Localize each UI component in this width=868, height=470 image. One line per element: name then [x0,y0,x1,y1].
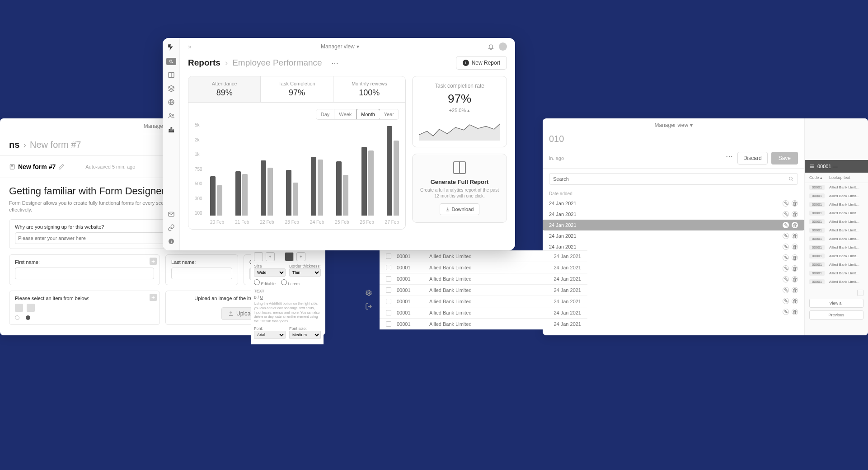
lookup-row[interactable]: 00001Allied Bank Limit… [805,192,868,200]
view-all-button[interactable]: View all [809,299,863,308]
color-swatch[interactable] [285,252,294,261]
delete-icon[interactable]: 🗑 [792,287,798,293]
lookup-row[interactable]: 00001Allied Bank Limit… [805,226,868,235]
lookup-row[interactable]: 00001Allied Bank Limit… [805,183,868,192]
lookup-row[interactable]: 00001Allied Bank Limit… [805,209,868,217]
delete-icon[interactable]: 🗑 [792,211,798,217]
more-button[interactable]: ⋯ [331,59,339,67]
font-select[interactable]: Arial [254,331,286,339]
delete-icon[interactable]: 🗑 [792,254,798,261]
chart-icon[interactable] [168,126,175,133]
layers-icon[interactable] [168,85,175,92]
avatar[interactable] [499,42,507,51]
table-row[interactable]: 00001Allied Bank Limited24 Jan 2021 [380,250,587,262]
lookup-row[interactable]: 00001Allied Bank Limit… [805,235,868,243]
edit-icon[interactable]: ✎ [783,200,789,207]
option-icon[interactable] [15,304,23,312]
border-select[interactable]: Thin [289,268,321,277]
bell-icon[interactable] [488,43,494,50]
refresh-icon[interactable] [857,290,863,296]
table-row[interactable]: 00001Allied Bank Limited24 Jan 2021 [380,262,587,273]
range-day[interactable]: Day [316,109,335,119]
lookup-row[interactable]: 00001Allied Bank Limit… [805,200,868,209]
editable-checkbox[interactable]: Editable [254,279,276,286]
edit-icon[interactable]: ✎ [783,276,789,282]
settings-icon[interactable] [365,289,372,296]
delete-icon[interactable]: 🗑 [792,265,798,272]
delete-icon[interactable]: 🗑 [792,276,798,282]
table-row[interactable]: 00001Allied Bank Limited24 Jan 2021 [380,318,587,329]
save-button[interactable]: Save [771,152,798,164]
delete-icon[interactable]: 🗑 [792,309,798,315]
lookup-row[interactable]: 00001Allied Bank Limit… [805,252,868,260]
delete-icon[interactable]: 🗑 [792,298,798,304]
kpi-tab[interactable]: Attendance89% [188,76,261,102]
delete-icon[interactable]: 🗑 [792,244,798,250]
delete-icon[interactable]: 🗑 [792,222,798,228]
edit-icon[interactable]: ✎ [783,298,789,304]
edit-icon[interactable]: ✎ [783,265,789,272]
range-week[interactable]: Week [334,109,357,119]
info-icon[interactable]: i [168,238,175,245]
table-row[interactable]: 00001Allied Bank Limited24 Jan 2021 [380,307,587,318]
firstname-input[interactable] [15,268,154,279]
edit-icon[interactable]: ✎ [783,309,789,315]
search-icon[interactable] [166,58,176,65]
table-row[interactable]: 00001Allied Bank Limited24 Jan 2021 [380,273,587,284]
delete-icon[interactable]: 🗑 [792,200,798,207]
book-icon[interactable] [168,71,175,79]
lookup-column[interactable]: Lookup text [829,175,850,180]
add-swatch[interactable]: + [266,252,275,261]
option-icon[interactable] [27,304,35,312]
link-icon[interactable] [168,224,175,231]
table-row[interactable]: 00001Allied Bank Limited24 Jan 2021 [380,296,587,307]
exit-icon[interactable] [365,303,372,310]
new-report-button[interactable]: + New Report [456,56,507,70]
add-swatch[interactable]: + [296,252,305,261]
download-button[interactable]: Download [440,203,480,215]
lookup-row[interactable]: 00001Allied Bank Limit… [805,217,868,226]
radio-option[interactable] [15,315,19,320]
edit-icon[interactable] [58,164,65,170]
range-month[interactable]: Month [356,109,380,120]
edit-icon[interactable]: ✎ [783,244,789,250]
edit-icon[interactable]: ✎ [783,211,789,217]
collapse-icon[interactable]: » [188,43,192,50]
users-icon[interactable] [168,112,175,119]
search-input[interactable] [549,173,798,185]
lookup-row[interactable]: 00001Allied Bank Limit… [805,269,868,277]
previous-button[interactable]: Previous [809,310,863,320]
lookup-row[interactable]: 00001Allied Bank Limit… [805,277,868,286]
lorem-checkbox[interactable]: Lorem [281,279,300,286]
delete-icon[interactable]: 🗑 [792,233,798,239]
edit-icon[interactable]: ✎ [783,222,789,228]
more-button[interactable]: ⋯ [726,152,734,164]
mail-icon[interactable] [168,211,175,218]
list-item[interactable]: 24 Jan 2021✎🗑 [549,198,798,209]
add-icon[interactable]: + [150,258,157,265]
radio-option[interactable] [26,315,30,320]
list-item[interactable]: 24 Jan 2021✎🗑 [549,230,798,241]
fontsize-select[interactable]: Medium [289,331,321,339]
edit-icon[interactable]: ✎ [783,254,789,261]
edit-icon[interactable]: ✎ [783,233,789,239]
kpi-tab[interactable]: Monthly reviews100% [333,76,405,102]
color-swatch[interactable] [254,252,263,261]
view-switcher[interactable]: Manager view ▾ [654,122,692,128]
view-switcher[interactable]: Manager view ▾ [321,43,359,50]
discard-button[interactable]: Discard [737,152,768,164]
range-year[interactable]: Year [380,109,399,119]
app-logo-icon[interactable] [167,43,175,52]
list-item[interactable]: 24 Jan 2021✎🗑 [549,209,798,220]
list-item[interactable]: 24 Jan 2021✎🗑 [543,220,804,230]
globe-icon[interactable] [168,99,175,106]
kpi-tab[interactable]: Task Completion97% [261,76,333,102]
lookup-row[interactable]: 00001Allied Bank Limit… [805,260,868,269]
lastname-input[interactable] [171,268,232,279]
size-select[interactable]: Wide [254,268,286,277]
table-row[interactable]: 00001Allied Bank Limited24 Jan 2021 [380,284,587,296]
edit-icon[interactable]: ✎ [783,287,789,293]
add-icon[interactable]: + [150,294,157,301]
lookup-row[interactable]: 00001Allied Bank Limit… [805,243,868,252]
code-column[interactable]: Code ▴ [809,175,825,180]
